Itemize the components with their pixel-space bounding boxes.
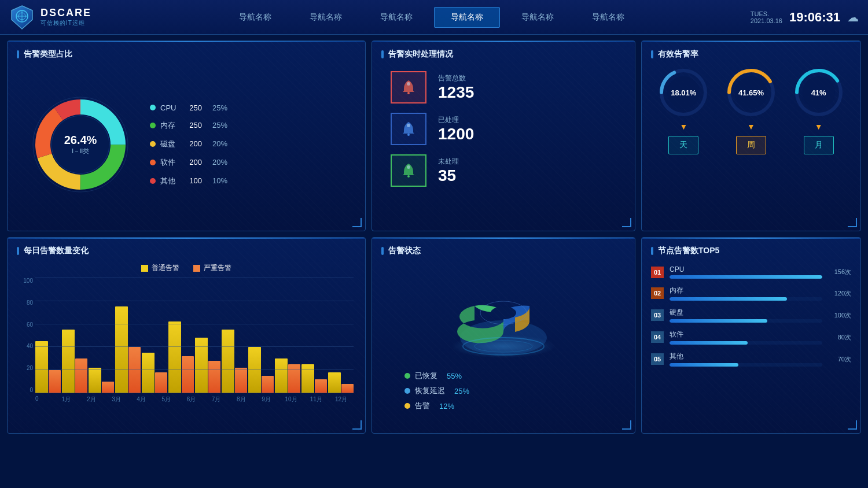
x-label: 2月	[79, 395, 104, 404]
status-title: 告警状态	[381, 246, 626, 256]
alarm-info-label: 告警总数	[438, 73, 474, 83]
top5-info: 其他	[670, 352, 822, 367]
logo-name: DSCARE	[41, 7, 91, 19]
nav-area: 导航名称 导航名称 导航名称 导航名称 导航名称 导航名称	[113, 7, 751, 28]
top5-name-row: 硬盘	[670, 308, 822, 317]
legend-label: 严重告警	[204, 263, 231, 273]
y-label: 40	[19, 343, 33, 349]
realtime-item: 告警总数 1235	[391, 71, 616, 103]
grid-line	[35, 369, 354, 370]
card-alarm-status: 告警状态	[372, 237, 635, 434]
gauge-circle-2: 41%	[793, 66, 845, 119]
top5-info: 硬盘	[670, 308, 822, 323]
top5-name-row: 软件	[670, 330, 822, 339]
svg-rect-17	[407, 175, 410, 178]
status-label: 已恢复	[415, 371, 437, 381]
x-label: 10月	[279, 395, 304, 404]
chart-legend-item: 严重告警	[193, 263, 231, 273]
corner-deco-2	[622, 218, 631, 227]
card-top5: 节点告警数TOP5 01 CPU 156次 02 内存 120次 03	[641, 237, 861, 434]
legend-sq	[141, 265, 148, 272]
status-pct: 25%	[454, 387, 469, 395]
grid-line	[35, 346, 354, 347]
grid-line	[35, 301, 354, 301]
nav-item-3[interactable]: 导航名称	[363, 7, 429, 28]
gauge-btn-2[interactable]: 月	[804, 136, 834, 154]
top5-count: 120次	[828, 289, 851, 298]
x-label: 1月	[54, 395, 79, 404]
svg-rect-15	[407, 134, 410, 136]
top5-item: 03 硬盘 100次	[651, 308, 851, 323]
status-dot	[404, 373, 410, 379]
nav-item-6[interactable]: 导航名称	[575, 7, 641, 28]
logo-sub: 可信赖的IT运维	[41, 19, 91, 27]
x-label: 11月	[304, 395, 329, 404]
effective-title: 有效告警率	[651, 49, 851, 60]
top5-rank: 01	[651, 267, 664, 278]
legend-item: CPU 250 25%	[150, 103, 227, 112]
top5-count: 100次	[828, 311, 851, 320]
legend-dot	[150, 105, 156, 110]
top5-info: CPU	[670, 265, 822, 279]
top5-name: 其他	[670, 352, 683, 361]
top5-item: 05 其他 70次	[651, 352, 851, 367]
gauge-arrow: ▼	[679, 122, 687, 131]
top5-name: 内存	[670, 286, 683, 295]
top5-rank: 02	[651, 287, 664, 299]
legend-name: 磁盘	[160, 139, 176, 149]
status-dot	[404, 403, 410, 409]
header: DSCARE 可信赖的IT运维 导航名称 导航名称 导航名称 导航名称 导航名称…	[0, 0, 868, 35]
nav-item-2[interactable]: 导航名称	[293, 7, 359, 28]
legend-item: 内存 250 25%	[150, 120, 227, 131]
nav-item-5[interactable]: 导航名称	[505, 7, 571, 28]
top5-name: 软件	[670, 330, 683, 339]
legend-val: 100	[181, 176, 202, 185]
alarm-type-title: 告警类型占比	[17, 49, 356, 60]
gauge-btn-1[interactable]: 周	[736, 136, 766, 154]
bar-chart: 02040608010001月2月3月4月5月6月7月8月9月10月11月12月	[17, 278, 356, 411]
alarm-info-value: 1200	[438, 125, 474, 143]
top5-count: 156次	[828, 268, 851, 276]
y-label: 100	[19, 278, 33, 284]
x-label: 6月	[179, 395, 204, 404]
alarm-info-label: 未处理	[438, 157, 459, 167]
donut-percent: 26.4%	[64, 134, 97, 147]
gauge-btn-0[interactable]: 天	[668, 136, 698, 154]
status-legend-item: 已恢复 55%	[404, 371, 469, 381]
legend-name: 软件	[160, 157, 176, 168]
top5-bar-wrap	[670, 341, 822, 345]
x-label: 12月	[329, 395, 354, 404]
nav-item-4[interactable]: 导航名称	[434, 7, 500, 28]
donut-center: 26.4% Ⅰ－Ⅱ类	[64, 134, 97, 156]
logo-text: DSCARE 可信赖的IT运维	[41, 7, 91, 27]
top5-name: CPU	[670, 265, 684, 273]
x-label: 3月	[104, 395, 128, 404]
top5-item: 04 软件 80次	[651, 330, 851, 345]
svg-point-18	[407, 165, 410, 169]
top5-item: 01 CPU 156次	[651, 265, 851, 279]
gauge-item: 41.65% ▼	[725, 66, 777, 131]
gauge-value: 18.01%	[671, 88, 696, 97]
legend-item: 其他 100 10%	[150, 176, 227, 186]
realtime-item: 未处理 35	[391, 154, 616, 187]
grid-line	[35, 393, 354, 393]
alarm-info-0: 告警总数 1235	[438, 73, 474, 102]
gauge-item: 41% ▼	[793, 66, 845, 131]
card-realtime: 告警实时处理情况 告警总数 1235 已处理 1200	[372, 40, 635, 231]
grid-line	[35, 324, 354, 324]
card-alarm-type: 告警类型占比	[7, 40, 366, 231]
gauge-arrow: ▼	[747, 122, 755, 131]
status-label: 恢复延迟	[415, 386, 445, 396]
legend-val: 250	[181, 103, 202, 112]
logo-area: DSCARE 可信赖的IT运维	[9, 5, 113, 30]
legend-name: 其他	[160, 176, 176, 186]
top5-info: 内存	[670, 286, 822, 301]
legend-dot	[150, 123, 156, 128]
svg-point-16	[407, 124, 410, 127]
clock: 19:06:31	[789, 10, 840, 25]
y-label: 20	[19, 365, 33, 371]
nav-item-1[interactable]: 导航名称	[222, 7, 288, 28]
donut-label: Ⅰ－Ⅱ类	[64, 147, 97, 156]
top5-bar-wrap	[670, 363, 822, 367]
legend-pct: 25%	[207, 103, 227, 112]
